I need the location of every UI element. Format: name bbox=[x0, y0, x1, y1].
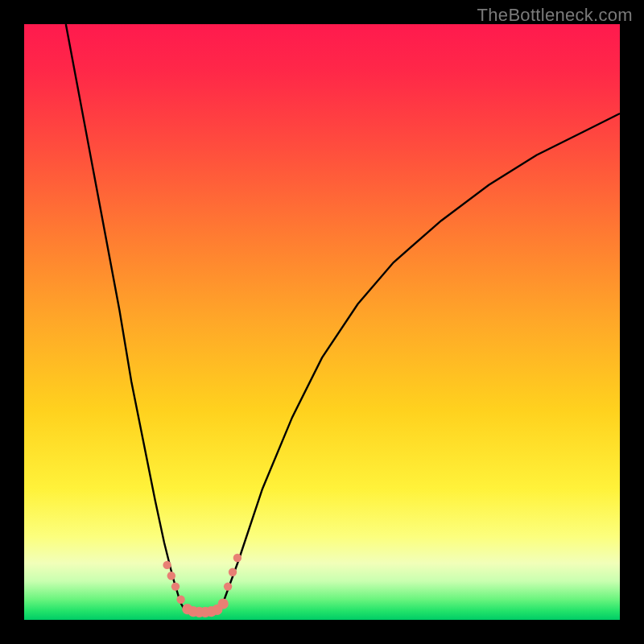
marker-group bbox=[163, 554, 242, 617]
app-frame: TheBottleneck.com bbox=[0, 0, 644, 644]
watermark-text: TheBottleneck.com bbox=[477, 5, 633, 26]
curve-layer bbox=[24, 24, 620, 620]
plot-area bbox=[24, 24, 620, 620]
highlight-marker bbox=[163, 561, 171, 569]
highlight-marker bbox=[224, 582, 232, 590]
highlight-marker bbox=[218, 598, 229, 609]
highlight-marker bbox=[233, 554, 242, 562]
highlight-marker bbox=[167, 572, 175, 580]
highlight-marker bbox=[176, 596, 184, 604]
highlight-marker bbox=[229, 568, 237, 576]
bottleneck-curve bbox=[66, 24, 620, 613]
highlight-marker bbox=[171, 582, 180, 590]
